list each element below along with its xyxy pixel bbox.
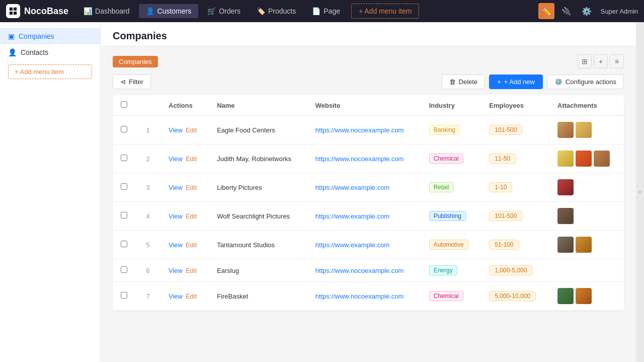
nav-page[interactable]: 📄 Page <box>305 4 347 18</box>
sidebar-item-contacts[interactable]: 👤 Contacts <box>0 44 100 60</box>
employees-badge: 1-10 <box>489 182 512 192</box>
nav-products[interactable]: 🏷️ Products <box>250 4 303 18</box>
configure-actions-button[interactable]: ⚙️ Configure actions <box>547 75 624 89</box>
filter-icon: ⊲ <box>120 78 126 86</box>
edit-button[interactable]: Edit <box>186 212 197 220</box>
row-actions: ViewEdit <box>160 144 209 173</box>
view-button[interactable]: View <box>169 184 183 191</box>
view-button[interactable]: View <box>169 212 183 220</box>
row-checkbox[interactable] <box>121 241 127 247</box>
row-website[interactable]: https://www.example.com <box>307 231 421 259</box>
website-link[interactable]: https://www.nocoexample.com <box>315 293 404 300</box>
row-employees: 11-50 <box>481 144 549 173</box>
table-header: Actions Name Website Industry Employees … <box>113 95 624 116</box>
row-checkbox[interactable] <box>121 126 127 132</box>
attachment-thumbnail[interactable] <box>557 288 574 304</box>
edit-button[interactable]: Edit <box>186 155 197 163</box>
row-attachments <box>549 173 624 202</box>
attachment-thumbnail[interactable] <box>557 151 574 167</box>
row-employees: 5,000-10,000 <box>481 282 549 311</box>
col-industry: Industry <box>421 95 481 116</box>
edit-button[interactable]: Edit <box>186 184 197 191</box>
sidebar-item-companies[interactable]: ▣ Companies <box>0 28 100 44</box>
filter-button[interactable]: ⊲ Filter <box>113 75 151 89</box>
table-row: 5ViewEditTantamount Studioshttps://www.e… <box>113 231 624 259</box>
employees-badge: 101-500 <box>489 211 522 221</box>
list-icon[interactable]: ≡ <box>610 54 624 68</box>
row-name: Eagle Food Centers <box>209 116 307 144</box>
trash-icon: 🗑 <box>449 78 456 86</box>
row-number: 4 <box>135 202 160 231</box>
website-link[interactable]: https://www.nocoexample.com <box>315 126 404 134</box>
employees-badge: 51-100 <box>489 240 519 250</box>
attachment-thumbnail[interactable] <box>557 208 574 224</box>
row-name: Earslug <box>209 259 307 282</box>
row-website[interactable]: https://www.nocoexample.com <box>307 282 421 311</box>
industry-badge: Chemical <box>429 291 463 301</box>
row-website[interactable]: https://www.nocoexample.com <box>307 259 421 282</box>
sidebar-add-menu-button[interactable]: + Add menu item <box>8 64 92 79</box>
row-actions: ViewEdit <box>160 116 209 144</box>
view-button[interactable]: View <box>169 126 183 134</box>
row-website[interactable]: https://www.example.com <box>307 202 421 231</box>
row-name: FireBasket <box>209 282 307 311</box>
website-link[interactable]: https://www.nocoexample.com <box>315 267 404 274</box>
admin-label: Super Admin <box>601 8 638 15</box>
plugin-icon[interactable]: 🔌 <box>558 3 575 19</box>
attachment-thumbnail[interactable] <box>576 122 592 138</box>
attachment-thumbnail[interactable] <box>557 237 574 253</box>
nav-add-menu-button[interactable]: + Add menu item <box>351 4 419 19</box>
companies-tab[interactable]: Companies <box>113 56 158 67</box>
row-name: Judith May, Robinetworks <box>209 144 307 173</box>
row-number: 5 <box>135 231 160 259</box>
website-link[interactable]: https://www.nocoexample.com <box>315 155 404 163</box>
add-view-icon[interactable]: + <box>594 54 608 68</box>
attachment-thumbnail[interactable] <box>594 151 610 167</box>
industry-badge: Banking <box>429 125 460 135</box>
logo[interactable]: NocoBase <box>6 4 68 18</box>
row-checkbox[interactable] <box>121 266 127 273</box>
row-number: 1 <box>135 116 160 144</box>
nav-orders[interactable]: 🛒 Orders <box>200 4 248 18</box>
edit-mode-icon[interactable]: ✏️ <box>538 3 554 19</box>
row-website[interactable]: https://www.example.com <box>307 173 421 202</box>
attachment-thumbnail[interactable] <box>576 288 592 304</box>
attachment-thumbnail[interactable] <box>576 151 592 167</box>
edit-button[interactable]: Edit <box>186 241 197 249</box>
add-new-button[interactable]: + + Add new <box>489 75 543 89</box>
website-link[interactable]: https://www.example.com <box>315 212 389 220</box>
row-actions: ViewEdit <box>160 282 209 311</box>
attachment-thumbnail[interactable] <box>557 179 574 195</box>
edit-button[interactable]: Edit <box>186 126 197 134</box>
industry-badge: Publishing <box>429 211 466 221</box>
row-checkbox[interactable] <box>121 292 127 299</box>
view-button[interactable]: View <box>169 155 183 163</box>
row-website[interactable]: https://www.nocoexample.com <box>307 144 421 173</box>
row-number: 2 <box>135 144 160 173</box>
grid-icon[interactable]: ⊞ <box>578 54 592 68</box>
view-button[interactable]: View <box>169 293 183 300</box>
website-link[interactable]: https://www.example.com <box>315 184 389 191</box>
attachment-thumbnail[interactable] <box>576 237 592 253</box>
right-sidebar-toggle[interactable]: ≡ <box>636 22 644 362</box>
col-actions: Actions <box>160 95 209 116</box>
view-button[interactable]: View <box>169 267 183 274</box>
delete-button[interactable]: 🗑 Delete <box>442 75 486 89</box>
select-all-checkbox[interactable] <box>121 101 127 108</box>
nav-dashboard[interactable]: 📊 Dashboard <box>76 4 137 18</box>
row-website[interactable]: https://www.nocoexample.com <box>307 116 421 144</box>
nav-right: ✏️ 🔌 ⚙️ Super Admin <box>538 3 638 19</box>
col-name: Name <box>209 95 307 116</box>
view-button[interactable]: View <box>169 241 183 249</box>
edit-button[interactable]: Edit <box>186 267 197 274</box>
row-checkbox[interactable] <box>121 212 127 219</box>
row-name: Liberty Pictures <box>209 173 307 202</box>
settings-icon[interactable]: ⚙️ <box>579 3 595 19</box>
row-checkbox[interactable] <box>121 155 127 161</box>
website-link[interactable]: https://www.example.com <box>315 241 389 249</box>
edit-button[interactable]: Edit <box>186 293 197 300</box>
svg-rect-0 <box>10 8 13 11</box>
row-checkbox[interactable] <box>121 183 127 190</box>
nav-customers[interactable]: 👤 Customers <box>139 4 199 18</box>
attachment-thumbnail[interactable] <box>557 122 574 138</box>
